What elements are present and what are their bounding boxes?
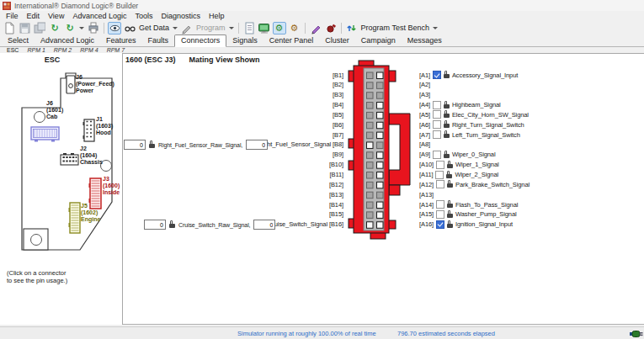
tab-features[interactable]: Features	[100, 35, 142, 46]
connector-pin-a14	[377, 202, 384, 209]
connector-j5-engine[interactable]	[69, 203, 81, 233]
connector-pin-a2	[377, 82, 384, 89]
cruise-signal-value-input[interactable]	[253, 220, 275, 230]
cruise-raw-signal-label: Cruise_Switch_Raw_Signal,	[178, 222, 250, 228]
signal-name-accessory-signal-input: Accessory_Signal_Input	[452, 72, 518, 79]
signal-checkbox-flash-to-pass-signal[interactable]	[436, 200, 444, 209]
pin-label-b6: [B6]	[210, 120, 343, 130]
fuel-signal-value-input[interactable]	[246, 140, 268, 150]
refresh-options-button[interactable]: ↻	[63, 22, 77, 34]
save-all-button[interactable]	[33, 22, 46, 34]
connector-view-title: 1600 (ESC J3)Mating View Shown	[125, 56, 259, 64]
connector-j2-chassis[interactable]	[61, 153, 78, 165]
subtab-esc[interactable]: ESC	[3, 47, 23, 53]
signal-checkbox-elec-city-horn-sw-signal[interactable]	[433, 110, 441, 119]
tab-center-panel[interactable]: Center Panel	[263, 35, 320, 46]
toolbar-separator	[341, 23, 342, 34]
tab-cluster[interactable]: Cluster	[319, 35, 355, 46]
signal-name-ignition-signal-input: Ignition_Signal_Input	[455, 220, 513, 228]
pin-row-a2: [A2]	[419, 80, 430, 89]
pin-label-a7: [A7]	[419, 131, 430, 139]
save-button[interactable]	[18, 22, 31, 34]
connector-pin-b11	[367, 172, 374, 179]
label-j2-chassis: J2 (1604) Chassis	[80, 146, 103, 166]
connector-j6-power[interactable]	[67, 76, 75, 93]
signal-checkbox-park-brake-switch-signal[interactable]	[436, 180, 444, 188]
connector-pin-a15	[377, 212, 384, 219]
simulator-status-text: Simulator running at roughly 100.00% of …	[237, 330, 376, 337]
connector-pin-b5	[367, 112, 374, 119]
tab-connectors[interactable]: Connectors	[174, 34, 226, 47]
pin-label-b15: [B15]	[210, 209, 343, 219]
menu-edit[interactable]: Edit	[23, 12, 45, 20]
signal-checkbox-washer-pump-signal[interactable]	[436, 210, 444, 219]
signal-checkbox-wiper-0-signal[interactable]	[433, 151, 441, 159]
tab-messages[interactable]: Messages	[402, 35, 448, 46]
tab-signals[interactable]: Signals	[226, 35, 263, 46]
pin-label-a6: [A6]	[419, 121, 430, 129]
gear-icon: ⚙	[275, 22, 284, 34]
menu-file[interactable]: File	[2, 12, 23, 20]
lock-icon	[169, 224, 175, 228]
chevron-down-icon	[229, 27, 234, 29]
program-test-bench-button[interactable]: Program Test Bench	[361, 24, 429, 32]
chevron-down-icon	[173, 27, 178, 29]
view-eye-toggle[interactable]	[108, 22, 121, 34]
signal-checkbox-right-turn-signal-switch[interactable]	[433, 120, 441, 129]
signal-name-right-turn-signal-switch: Right_Turn_Signal_Switch	[452, 121, 524, 129]
subtab-rpm-1[interactable]: RPM 1	[23, 47, 49, 53]
hint-line-2: to see the pin usage.)	[7, 277, 67, 284]
pin-label-b3: [B3]	[210, 90, 343, 99]
signal-checkbox-highbeam-signal[interactable]	[433, 101, 441, 109]
program-button[interactable]: Program	[196, 24, 226, 32]
new-document-button[interactable]	[3, 22, 16, 34]
menu-advanced-logic[interactable]: Advanced Logic	[68, 12, 130, 20]
diamond-logic-builder-window: International® Diamond Logic® Builder Fi…	[0, 0, 644, 339]
tab-faults[interactable]: Faults	[142, 35, 175, 46]
refresh-button[interactable]: ↻	[48, 22, 61, 34]
signal-checkbox-left-turn-signal-switch[interactable]	[433, 130, 441, 139]
annotate-pen-button[interactable]	[309, 22, 322, 34]
monitor-button[interactable]	[258, 22, 271, 34]
tab-campaign[interactable]: Campaign	[355, 35, 402, 46]
connector-id: 1600 (ESC J3)	[125, 56, 176, 64]
signal-name-highbeam-signal: Highbeam_Signal	[452, 101, 501, 109]
cruise-raw-value-input[interactable]	[144, 220, 166, 230]
menu-diagnostics[interactable]: Diagnostics	[157, 12, 205, 20]
lock-icon	[149, 144, 155, 148]
print-button[interactable]	[87, 22, 100, 34]
connector-pin-b16	[367, 222, 374, 229]
signal-checkbox-wiper-1-signal[interactable]	[436, 161, 444, 169]
connector-j6-cab[interactable]	[31, 127, 59, 142]
lock-icon	[447, 214, 453, 218]
menu-tools[interactable]: Tools	[130, 12, 157, 20]
lock-icon	[444, 134, 450, 138]
settings-gear-button[interactable]: ⚙	[288, 22, 301, 34]
simulate-gear-toggle[interactable]: ⚙	[273, 22, 286, 34]
subtab-rpm-2[interactable]: RPM 2	[50, 47, 76, 53]
menu-bar: FileEditViewAdvanced LogicToolsDiagnosti…	[0, 11, 644, 21]
pin-row-a3: [A3]	[419, 90, 430, 99]
get-data-button[interactable]: Get Data	[139, 24, 169, 32]
report-document-button[interactable]	[242, 22, 256, 34]
signal-checkbox-accessory-signal-input[interactable]	[433, 71, 441, 79]
pin-row-a5: [A5]Elec_City_Horn_SW_Signal	[419, 110, 529, 119]
subtab-rpm-7[interactable]: RPM 7	[103, 47, 129, 53]
menu-help[interactable]: Help	[205, 12, 229, 20]
lock-icon	[447, 204, 453, 208]
signal-checkbox-ignition-signal-input[interactable]	[436, 220, 444, 229]
pin-row-a9: [A9]Wiper_0_Signal	[419, 150, 496, 159]
tab-advanced-logic[interactable]: Advanced Logic	[35, 35, 100, 46]
pin-label-a3: [A3]	[419, 91, 430, 98]
red-tool-button[interactable]	[324, 22, 338, 34]
pin-row-a11: [A11]Wiper_2_Signal	[419, 170, 498, 179]
connector-j1-hood[interactable]	[83, 119, 95, 141]
pin-label-b10: [B10]	[210, 160, 343, 169]
lock-icon	[447, 183, 453, 188]
signal-checkbox-wiper-2-signal[interactable]	[435, 171, 444, 179]
pin-label-a16: [A16]	[419, 220, 434, 228]
menu-view[interactable]: View	[44, 12, 68, 20]
fuel-raw-value-input[interactable]	[124, 140, 146, 150]
subtab-rpm-4[interactable]: RPM 4	[76, 47, 102, 53]
tab-select[interactable]: Select	[2, 35, 35, 46]
